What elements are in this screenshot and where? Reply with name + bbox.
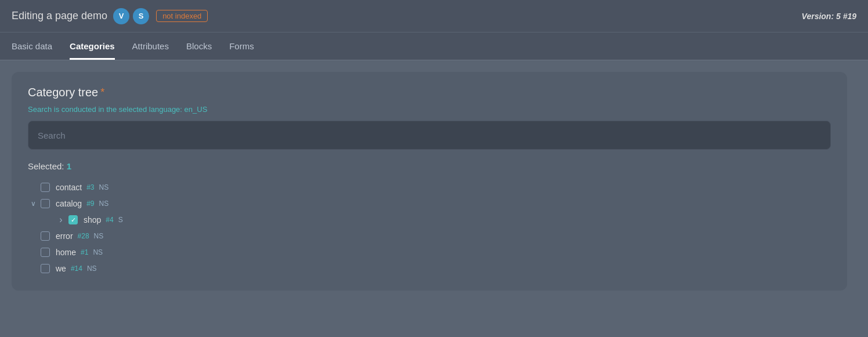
item-name: catalog [56,199,82,208]
item-ns: S [118,216,123,224]
list-item: ∨catalog#9NS [28,195,831,212]
item-name: contact [56,183,82,192]
selected-label: Selected: 1 [28,161,831,171]
card-title: Category tree* [28,86,831,99]
item-name: shop [84,215,101,224]
list-item: home#1NS [28,244,831,260]
item-ns: NS [99,183,109,191]
item-id: #1 [81,248,88,256]
list-item: error#28NS [28,228,831,244]
search-lang-hint: Search is conducted in the selected lang… [28,105,831,114]
main-content: Category tree* Search is conducted in th… [0,60,868,302]
category-tree: contact#3NS∨catalog#9NS›shop#4Serror#28N… [28,179,831,277]
item-id: #14 [71,264,82,273]
list-item: we#14NS [28,260,831,277]
item-id: #3 [86,183,94,191]
item-id: #28 [78,232,89,240]
tree-checkbox[interactable] [68,215,78,224]
tree-toggle-icon[interactable]: ∨ [28,198,38,209]
item-name: home [56,248,76,257]
item-name: error [56,231,73,241]
tree-checkbox[interactable] [41,183,50,192]
item-ns: NS [87,264,97,273]
avatar-s[interactable]: S [133,8,149,24]
tree-checkbox[interactable] [41,248,50,257]
list-item: ›shop#4S [56,212,831,228]
item-ns: NS [99,200,109,208]
item-ns: NS [93,248,103,256]
not-indexed-badge: not indexed [156,10,208,22]
item-id: #4 [106,216,113,224]
tab-basic-data[interactable]: Basic data [12,41,52,60]
selected-count: 1 [67,161,71,171]
category-tree-card: Category tree* Search is conducted in th… [12,72,847,291]
tab-blocks[interactable]: Blocks [186,41,212,60]
avatar-v[interactable]: V [113,8,129,24]
tree-toggle-icon[interactable]: › [56,215,66,225]
tab-categories[interactable]: Categories [70,41,115,60]
item-ns: NS [94,232,104,240]
tree-checkbox[interactable] [41,199,50,208]
tab-attributes[interactable]: Attributes [132,41,169,60]
tree-checkbox[interactable] [41,231,50,241]
search-input[interactable] [38,121,821,149]
page-title: Editing a page demo [12,10,107,22]
tab-forms[interactable]: Forms [229,41,254,60]
item-id: #9 [86,200,94,208]
header: Editing a page demo V S not indexed Vers… [0,0,868,32]
list-item: contact#3NS [28,179,831,195]
tree-checkbox[interactable] [41,264,50,273]
version-info: Version: 5 #19 [802,12,856,21]
item-name: we [56,264,66,273]
search-input-wrapper [28,121,831,150]
required-star: * [100,86,104,99]
nav-tabs: Basic data Categories Attributes Blocks … [0,32,868,60]
